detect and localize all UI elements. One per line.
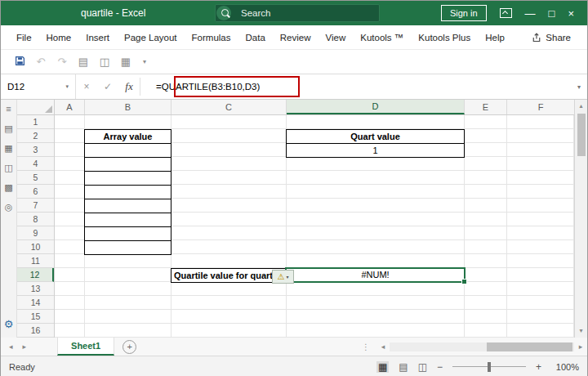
save-button[interactable]	[9, 56, 30, 69]
row-header[interactable]: 4	[17, 157, 54, 171]
row-header[interactable]: 16	[17, 324, 54, 338]
column-header[interactable]: A	[55, 100, 85, 114]
kutools-pane-icon[interactable]: ▤	[4, 124, 12, 133]
horizontal-scrollbar[interactable]: ⋮ ◂ ▸	[362, 338, 587, 356]
row-header[interactable]: 3	[17, 143, 54, 157]
row-header[interactable]: 5	[17, 171, 54, 185]
pane-toggle-icon[interactable]: ≡	[6, 105, 11, 114]
settings-gear-icon[interactable]: ⚙	[4, 319, 14, 329]
ribbon-tab[interactable]: Kutools Plus	[411, 25, 478, 49]
quick-print-icon[interactable]: ◫	[94, 56, 115, 68]
ribbon-tab[interactable]: Help	[478, 25, 512, 49]
page-break-view-icon[interactable]: ◫	[418, 362, 427, 372]
row-header[interactable]: 14	[17, 296, 54, 310]
fill-handle[interactable]	[461, 279, 467, 284]
ribbon-tab[interactable]: Insert	[78, 25, 117, 49]
row-header[interactable]: 7	[17, 199, 54, 213]
name-box-dropdown-icon[interactable]: ▾	[65, 83, 69, 90]
previous-sheet-icon[interactable]: ◂	[9, 342, 13, 351]
vertical-scrollbar[interactable]: ▴ ▾	[574, 100, 587, 338]
selected-result-cell[interactable]: #NUM!	[285, 267, 466, 283]
insert-function-icon[interactable]: fx	[118, 74, 140, 99]
next-sheet-icon[interactable]: ▸	[23, 342, 27, 351]
array-value-table[interactable]: Array value	[84, 129, 172, 255]
kutools-pane-icon[interactable]: ◎	[5, 203, 13, 212]
column-header[interactable]: E	[465, 100, 507, 114]
new-sheet-button[interactable]: +	[122, 340, 136, 354]
formula-bar: D12 ▾ × ✓ fx =QUARTILE(B3:B10,D3) ▾	[1, 74, 587, 100]
row-header[interactable]: 13	[17, 282, 54, 296]
excel-window: quartile - Excel Search Sign in — □ × Fi…	[0, 0, 588, 376]
row-header[interactable]: 10	[17, 240, 54, 254]
tab-splitter-icon[interactable]: ⋮	[362, 342, 370, 351]
column-header[interactable]: F	[507, 100, 574, 114]
expand-formula-bar-icon[interactable]: ▾	[571, 74, 587, 99]
share-button[interactable]: Share	[527, 32, 576, 43]
quart-value-header-cell[interactable]: Quart value	[287, 130, 464, 144]
row-header[interactable]: 2	[17, 129, 54, 143]
ribbon-tab[interactable]: View	[318, 25, 354, 49]
row-header[interactable]: 9	[17, 226, 54, 240]
sheet-body[interactable]: 12345678910111213141516 Array value Quar…	[17, 115, 574, 338]
zoom-out-icon[interactable]: −	[437, 362, 443, 372]
smart-tag-dropdown-icon[interactable]: ▾	[286, 275, 288, 280]
row-headers: 12345678910111213141516	[17, 115, 55, 338]
zoom-level[interactable]: 100%	[551, 362, 579, 372]
ribbon-tab[interactable]: Page Layout	[117, 25, 185, 49]
row-header[interactable]: 6	[17, 185, 54, 199]
scroll-left-icon[interactable]: ◂	[376, 342, 390, 351]
array-value-header-cell[interactable]: Array value	[85, 130, 171, 143]
minimize-button[interactable]: —	[525, 8, 536, 19]
search-box[interactable]: Search	[215, 4, 380, 22]
restore-button[interactable]: □	[549, 8, 555, 19]
table-tool-icon[interactable]: ▦	[115, 56, 136, 68]
row-header[interactable]: 15	[17, 310, 54, 324]
kutools-pane-icon[interactable]: ▩	[4, 183, 12, 192]
scroll-up-icon[interactable]: ▴	[579, 100, 582, 113]
scroll-down-icon[interactable]: ▾	[579, 325, 582, 338]
close-button[interactable]: ×	[568, 8, 574, 19]
error-smart-tag[interactable]: ⚠ ▾	[272, 270, 294, 284]
name-box[interactable]: D12 ▾	[1, 74, 76, 99]
enter-icon[interactable]: ✓	[97, 74, 118, 99]
normal-view-icon[interactable]: ▦	[376, 361, 389, 373]
row-header[interactable]: 8	[17, 213, 54, 226]
column-header[interactable]: B	[85, 100, 172, 114]
formula-input[interactable]: =QUARTILE(B3:B10,D3)	[140, 74, 571, 99]
horizontal-scroll-track[interactable]	[390, 342, 574, 351]
ribbon-tab[interactable]: Review	[273, 25, 318, 49]
vertical-scroll-thumb[interactable]	[577, 114, 586, 156]
column-header[interactable]: C	[172, 100, 287, 114]
quartile-label-cell[interactable]: Quartile value for quart	[171, 268, 287, 283]
horizontal-scroll-thumb[interactable]	[487, 342, 572, 351]
row-header[interactable]: 12	[17, 268, 54, 282]
cancel-icon[interactable]: ×	[76, 74, 97, 99]
sign-in-button[interactable]: Sign in	[441, 5, 487, 21]
status-bar-right: ▦ ▤ ◫ − + 100%	[376, 361, 587, 373]
ribbon-tab[interactable]: Formulas	[185, 25, 238, 49]
page-layout-view-icon[interactable]: ▤	[399, 362, 408, 372]
row-header[interactable]: 11	[17, 254, 54, 268]
ribbon-tab[interactable]: Kutools ™	[353, 25, 411, 49]
print-preview-icon[interactable]: ▤	[73, 56, 94, 68]
ribbon-display-options-icon[interactable]	[500, 8, 512, 18]
select-all-corner[interactable]	[17, 100, 55, 115]
customize-qat-dropdown-icon[interactable]: ▾	[143, 58, 146, 65]
kutools-pane-icon[interactable]: ▦	[4, 144, 12, 153]
ribbon-tab[interactable]: File	[9, 25, 39, 49]
zoom-in-icon[interactable]: +	[536, 362, 541, 372]
sheet-tab-sheet1[interactable]: Sheet1	[57, 338, 114, 356]
undo-icon[interactable]: ↶	[30, 56, 51, 68]
zoom-slider[interactable]	[452, 362, 526, 372]
kutools-pane-icon[interactable]: ◫	[4, 163, 12, 172]
column-header[interactable]: D	[287, 100, 465, 114]
scroll-right-icon[interactable]: ▸	[574, 342, 587, 351]
status-bar: Ready ▦ ▤ ◫ − + 100%	[1, 356, 587, 376]
ribbon-tab[interactable]: Data	[238, 25, 273, 49]
zoom-slider-thumb[interactable]	[488, 362, 491, 372]
quart-value-cell[interactable]: 1	[287, 144, 464, 157]
redo-icon[interactable]: ↷	[51, 56, 73, 68]
quart-value-table[interactable]: Quart value 1	[286, 129, 465, 158]
ribbon-tab[interactable]: Home	[39, 25, 79, 49]
row-header[interactable]: 1	[17, 115, 54, 129]
